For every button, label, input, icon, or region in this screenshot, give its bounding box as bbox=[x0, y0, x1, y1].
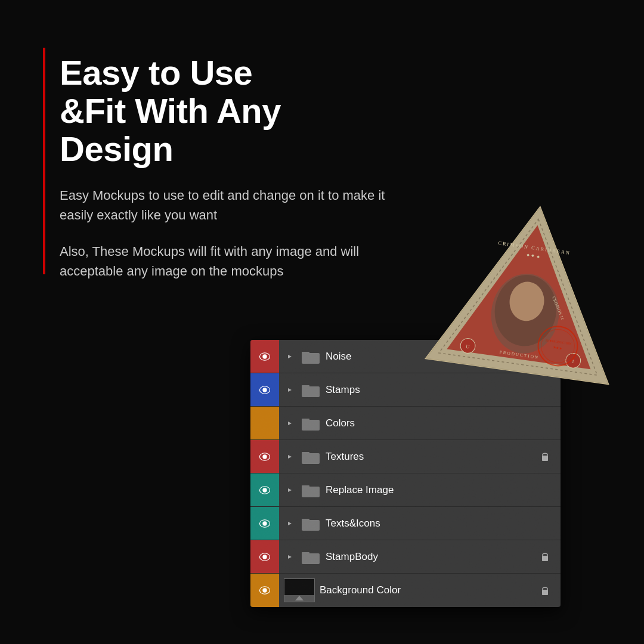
layer-color-stampbody bbox=[250, 540, 279, 573]
lock-icon-stampbody bbox=[539, 551, 551, 563]
layer-color-stamps bbox=[250, 373, 279, 406]
svg-rect-37 bbox=[302, 452, 309, 455]
svg-marker-30 bbox=[288, 422, 292, 425]
folder-icon-stamps bbox=[302, 383, 320, 397]
layer-color-colors bbox=[250, 407, 279, 439]
eye-icon-noise bbox=[259, 352, 271, 361]
red-accent-bar bbox=[43, 48, 45, 274]
folder-icon-texts bbox=[302, 516, 320, 531]
chevron-texts bbox=[284, 518, 296, 530]
layer-name-colors: Colors bbox=[326, 417, 551, 429]
folder-icon-replace bbox=[302, 483, 320, 497]
folder-icon-stampbody bbox=[302, 550, 320, 564]
lock-icon-textures bbox=[539, 451, 551, 463]
svg-point-21 bbox=[263, 354, 267, 358]
page-container: Easy to Use &Fit With Any Design Easy Mo… bbox=[0, 0, 644, 644]
heading-line1: Easy to Use bbox=[60, 53, 252, 92]
layer-row-stampbody[interactable]: StampBody bbox=[250, 540, 561, 574]
text-content-area: Easy to Use &Fit With Any Design Easy Mo… bbox=[60, 54, 394, 281]
svg-point-50 bbox=[263, 555, 267, 558]
chevron-replace bbox=[284, 484, 296, 496]
svg-rect-48 bbox=[302, 519, 309, 522]
layer-thumbnail-background bbox=[284, 578, 315, 602]
main-heading: Easy to Use &Fit With Any Design bbox=[60, 54, 394, 168]
layer-name-textures: Textures bbox=[326, 451, 539, 463]
layer-row-background[interactable]: Background Color bbox=[250, 574, 561, 607]
chevron-noise bbox=[284, 351, 296, 363]
svg-rect-29 bbox=[302, 385, 309, 388]
layer-color-textures bbox=[250, 440, 279, 473]
svg-rect-53 bbox=[302, 552, 309, 555]
eye-icon-replace bbox=[259, 486, 271, 494]
layer-color-replace bbox=[250, 473, 279, 506]
description-paragraph-1: Easy Mockups to use to edit and change o… bbox=[60, 185, 394, 225]
svg-marker-51 bbox=[288, 555, 292, 559]
chevron-stampbody bbox=[284, 551, 296, 563]
svg-point-56 bbox=[263, 589, 267, 592]
svg-marker-35 bbox=[288, 455, 292, 459]
chevron-stamps bbox=[284, 384, 296, 396]
layer-row-texts[interactable]: Texts&Icons bbox=[250, 507, 561, 540]
svg-marker-27 bbox=[288, 388, 292, 392]
svg-rect-54 bbox=[542, 556, 548, 561]
svg-point-40 bbox=[263, 488, 267, 491]
chevron-colors bbox=[284, 417, 296, 429]
svg-marker-22 bbox=[288, 355, 292, 358]
svg-rect-58 bbox=[542, 590, 548, 595]
folder-icon-noise bbox=[302, 349, 320, 364]
layer-row-textures[interactable]: Textures bbox=[250, 440, 561, 473]
layer-color-background bbox=[250, 574, 279, 607]
svg-point-26 bbox=[263, 388, 267, 391]
svg-marker-41 bbox=[288, 488, 292, 492]
layer-color-noise bbox=[250, 340, 279, 373]
chevron-textures bbox=[284, 451, 296, 463]
layer-row-replace[interactable]: Replace Image bbox=[250, 473, 561, 507]
layer-row-colors[interactable]: Colors bbox=[250, 407, 561, 440]
description-paragraph-2: Also, These Mockups will fit with any im… bbox=[60, 242, 394, 281]
svg-marker-46 bbox=[288, 522, 292, 525]
heading-line2: &Fit With Any Design bbox=[60, 91, 281, 168]
svg-point-45 bbox=[263, 521, 267, 525]
eye-icon-texts bbox=[259, 519, 271, 528]
stamp-visual: CRIMSON CARIBBEAN ◆ ◆ ◆ CRIMSON 1¢ PRODU… bbox=[417, 184, 639, 407]
lock-icon-background bbox=[539, 584, 551, 596]
folder-icon-textures bbox=[302, 450, 320, 464]
svg-rect-24 bbox=[302, 352, 309, 355]
svg-rect-43 bbox=[302, 485, 309, 488]
layer-name-background: Background Color bbox=[320, 584, 539, 596]
svg-rect-38 bbox=[542, 456, 548, 461]
layer-name-stampbody: StampBody bbox=[326, 551, 539, 563]
layer-name-texts: Texts&Icons bbox=[326, 518, 551, 530]
svg-rect-32 bbox=[302, 419, 309, 422]
svg-marker-15 bbox=[426, 194, 631, 385]
layer-color-texts bbox=[250, 507, 279, 540]
eye-icon-stampbody bbox=[259, 553, 271, 561]
eye-icon-stamps bbox=[259, 386, 271, 394]
svg-point-34 bbox=[263, 454, 267, 458]
folder-icon-colors bbox=[302, 416, 320, 431]
eye-icon-background bbox=[259, 586, 271, 595]
layer-name-replace: Replace Image bbox=[326, 484, 551, 496]
svg-marker-57 bbox=[295, 596, 304, 600]
eye-icon-textures bbox=[259, 453, 271, 461]
